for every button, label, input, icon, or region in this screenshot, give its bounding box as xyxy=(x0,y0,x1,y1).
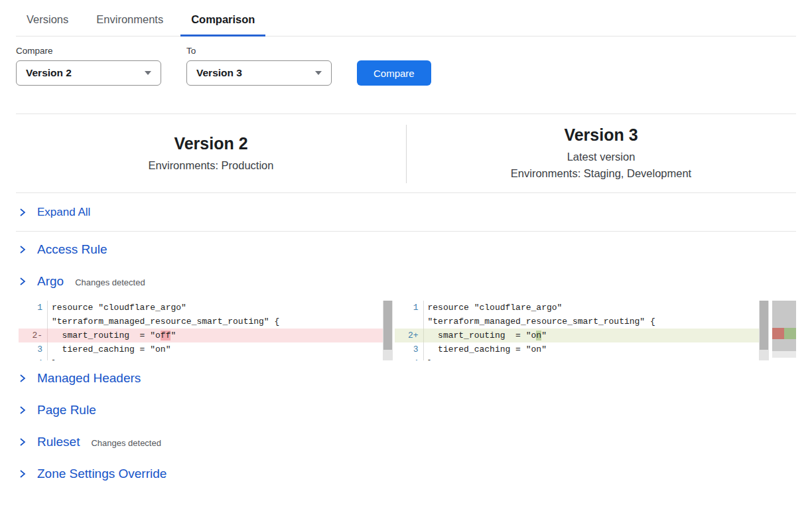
line-number xyxy=(395,315,424,329)
to-version-value: Version 3 xyxy=(196,67,242,79)
section-zone-settings-override[interactable]: Zone Settings Override xyxy=(16,460,796,488)
chevron-right-icon xyxy=(19,374,26,383)
chevron-down-icon xyxy=(145,71,151,75)
to-label: To xyxy=(186,46,332,56)
diff-right-pane: 1 resource "cloudflare_argo" "terraform_… xyxy=(395,301,770,360)
compare-button[interactable]: Compare xyxy=(357,60,431,86)
compare-field: Compare Version 2 xyxy=(16,46,161,86)
diff-line: 3 tiered_caching = "on" xyxy=(19,342,383,356)
tab-versions[interactable]: Versions xyxy=(16,11,79,36)
section-page-rule[interactable]: Page Rule xyxy=(16,396,796,424)
section-badge: Changes detected xyxy=(91,436,161,448)
chevron-right-icon xyxy=(19,277,26,286)
diff-line-added: 2+ smart_routing = "on" xyxy=(395,329,760,342)
code-text: resource "cloudflare_argo" xyxy=(424,301,760,315)
code-text: tiered_caching = "on" xyxy=(424,342,760,356)
section-argo[interactable]: Argo Changes detected xyxy=(16,267,796,295)
section-badge: Changes detected xyxy=(75,275,145,287)
diff-overview-ruler[interactable] xyxy=(772,301,796,360)
removed-word-highlight: ff xyxy=(161,331,171,340)
line-number: 3 xyxy=(395,342,424,356)
line-number: 4 xyxy=(395,356,424,360)
line-number: 4 xyxy=(19,356,48,360)
expand-all-button[interactable]: Expand All xyxy=(16,193,796,231)
section-label: Ruleset xyxy=(37,435,80,449)
diff-left-scrollbar[interactable] xyxy=(383,301,393,360)
version-left-title: Version 2 xyxy=(16,134,406,153)
tab-environments[interactable]: Environments xyxy=(86,11,174,36)
diff-left-code: 1 resource "cloudflare_argo" "terraform_… xyxy=(19,301,383,360)
line-number: 1 xyxy=(395,301,424,315)
added-word-highlight: n xyxy=(536,331,541,340)
code-text: resource "cloudflare_argo" xyxy=(48,301,383,315)
tab-bar: Versions Environments Comparison xyxy=(16,0,796,37)
chevron-right-icon xyxy=(19,469,26,479)
code-text: } xyxy=(48,356,383,360)
to-field: To Version 3 xyxy=(186,46,332,86)
line-number: 3 xyxy=(19,342,48,356)
version-left-header: Version 2 Environments: Production xyxy=(16,134,406,172)
minimap-deletion-mark xyxy=(772,328,784,339)
diff-line-wrap: "terraform_managed_resource_smart_routin… xyxy=(19,315,383,329)
diff-line: 1 resource "cloudflare_argo" xyxy=(395,301,760,315)
compare-label: Compare xyxy=(16,46,161,56)
code-text: } xyxy=(424,356,760,360)
chevron-right-icon xyxy=(19,406,26,415)
diff-line: 4 } xyxy=(19,356,383,360)
code-text: "terraform_managed_resource_smart_routin… xyxy=(48,315,383,329)
scrollbar-thumb[interactable] xyxy=(383,301,392,350)
version-right-environments: Environments: Staging, Development xyxy=(406,167,796,180)
divider xyxy=(16,231,796,232)
compare-form: Compare Version 2 To Version 3 Compare xyxy=(16,46,796,86)
to-version-select[interactable]: Version 3 xyxy=(186,60,332,86)
diff-line: 1 resource "cloudflare_argo" xyxy=(19,301,383,315)
diff-line-wrap: "terraform_managed_resource_smart_routin… xyxy=(395,315,760,329)
section-label: Access Rule xyxy=(37,242,107,257)
diff-left-pane: 1 resource "cloudflare_argo" "terraform_… xyxy=(19,301,393,360)
version-right-subtitle: Latest version xyxy=(406,151,796,163)
section-managed-headers[interactable]: Managed Headers xyxy=(16,364,796,392)
minimap-addition-mark xyxy=(784,328,796,339)
diff-line: 3 tiered_caching = "on" xyxy=(395,342,760,356)
line-number xyxy=(19,315,48,329)
expand-all-label: Expand All xyxy=(37,206,90,219)
code-text: tiered_caching = "on" xyxy=(48,342,383,356)
compare-version-value: Version 2 xyxy=(26,67,72,79)
section-label: Zone Settings Override xyxy=(37,467,167,481)
version-right-title: Version 3 xyxy=(406,125,796,145)
vertical-divider xyxy=(406,125,407,183)
chevron-right-icon xyxy=(19,245,26,254)
version-left-environments: Environments: Production xyxy=(16,159,406,172)
section-ruleset[interactable]: Ruleset Changes detected xyxy=(16,428,796,456)
tab-comparison[interactable]: Comparison xyxy=(180,11,265,36)
comparison-page: Versions Environments Comparison Compare… xyxy=(0,0,812,488)
section-label: Page Rule xyxy=(37,403,96,417)
diff-line-removed: 2- smart_routing = "off" xyxy=(19,329,383,342)
code-text: smart_routing = "off" xyxy=(48,329,383,342)
line-number: 1 xyxy=(19,301,48,315)
scrollbar-thumb[interactable] xyxy=(760,301,768,350)
diff-right-code: 1 resource "cloudflare_argo" "terraform_… xyxy=(395,301,760,360)
diff-right-scrollbar[interactable] xyxy=(759,301,769,360)
compare-version-select[interactable]: Version 2 xyxy=(16,60,161,86)
version-right-header: Version 3 Latest version Environments: S… xyxy=(406,125,796,180)
chevron-right-icon xyxy=(19,437,26,447)
argo-diff-viewer: 1 resource "cloudflare_argo" "terraform_… xyxy=(19,301,796,360)
code-text: "terraform_managed_resource_smart_routin… xyxy=(424,315,760,329)
section-label: Argo xyxy=(37,274,64,289)
diff-line: 4 } xyxy=(395,356,760,360)
section-label: Managed Headers xyxy=(37,371,141,386)
chevron-right-icon xyxy=(19,208,26,217)
line-number: 2- xyxy=(19,329,48,342)
version-headers: Version 2 Environments: Production Versi… xyxy=(16,114,796,192)
chevron-down-icon xyxy=(315,71,322,75)
section-access-rule[interactable]: Access Rule xyxy=(16,236,796,263)
line-number: 2+ xyxy=(395,329,424,342)
code-text: smart_routing = "on" xyxy=(424,329,760,342)
